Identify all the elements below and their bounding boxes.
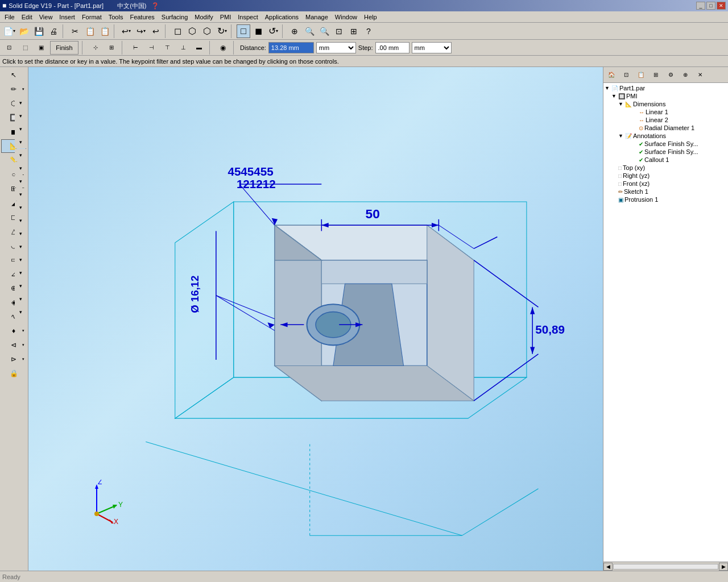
r-btn10[interactable]: ▾ [15, 214, 26, 227]
step-input[interactable] [375, 42, 410, 53]
menu-features[interactable]: Features [126, 13, 158, 22]
paste-button[interactable]: 📋 [98, 24, 111, 38]
sketch-tool[interactable]: ✏▾ [1, 82, 26, 96]
tree-root[interactable]: ▼ 📄 Part1.par [605, 84, 727, 92]
save-button[interactable]: 💾 [32, 24, 46, 38]
tree-front-plane[interactable]: □ Front (xz) [605, 180, 727, 188]
tree-sf1[interactable]: ✔ Surface Finish Sy... [605, 140, 727, 148]
tb2-btn3[interactable]: ▣ [34, 41, 48, 55]
r-btn16[interactable]: ▾ [15, 293, 26, 305]
view3d-button[interactable]: ◻ [171, 24, 184, 38]
view-wire-button[interactable]: ↺▾ [266, 24, 280, 38]
r-btn13[interactable]: ▾ [15, 253, 26, 266]
root-expand[interactable]: ▼ [605, 85, 611, 91]
menu-tools[interactable]: Tools [105, 13, 127, 22]
select-btn[interactable]: ⊹ [89, 41, 102, 55]
tree-pmi[interactable]: ▼ 🔲 PMI [605, 92, 727, 100]
menu-edit[interactable]: Edit [18, 13, 36, 22]
menu-view[interactable]: View [36, 13, 56, 22]
zoom-area-button[interactable]: ⊡ [332, 24, 346, 38]
menu-insert[interactable]: Insert [56, 13, 78, 22]
distance-input[interactable] [268, 42, 314, 53]
r-btn5[interactable]: ▾ [15, 149, 26, 161]
tree-protrusion1[interactable]: ▣ Protrusion 1 [605, 196, 727, 203]
r-btn11[interactable]: ▾ [15, 227, 26, 240]
minimize-button[interactable]: _ [696, 2, 705, 10]
menu-applications[interactable]: Applications [262, 13, 302, 22]
menu-manage[interactable]: Manage [302, 13, 332, 22]
tree-btn4[interactable]: ⊞ [649, 68, 663, 82]
dim-v-btn[interactable]: ⊣ [144, 41, 158, 55]
tree-btn2[interactable]: ⊡ [619, 68, 633, 82]
dim-a-btn[interactable]: ⊤ [160, 41, 174, 55]
select2-btn[interactable]: ⊞ [105, 41, 118, 55]
annotations-expand[interactable]: ▼ [618, 133, 625, 139]
view-shade-button[interactable]: ◼ [251, 24, 265, 38]
keypoint-btn[interactable]: ◉ [216, 41, 230, 55]
horizontal-scrollbar[interactable] [613, 564, 718, 569]
dim-h-btn[interactable]: ⊢ [129, 41, 142, 55]
pmi-expand[interactable]: ▼ [611, 93, 618, 99]
r-btn17[interactable]: ▾ [15, 306, 26, 318]
close-button[interactable]: ✕ [717, 2, 726, 10]
undo-button[interactable]: ↩▾ [119, 24, 133, 38]
tb2-btn2[interactable]: ⬚ [18, 41, 32, 55]
finish-button[interactable]: Finish [50, 41, 78, 55]
snap-button[interactable]: ⊞ [347, 24, 361, 38]
r-btn15[interactable]: ▾ [15, 280, 26, 292]
view-iso-button[interactable]: ⬡ [185, 24, 199, 38]
spin-button[interactable]: ↻▾ [215, 24, 229, 38]
r-btn9[interactable]: ▾ [15, 201, 26, 214]
menu-inspect[interactable]: Inspect [234, 13, 261, 22]
scroll-left-btn[interactable]: ◀ [603, 563, 613, 571]
dim-c-btn[interactable]: ▬ [192, 41, 206, 55]
menu-pmi[interactable]: PMI [217, 13, 235, 22]
tree-btn1[interactable]: 🏠 [605, 68, 618, 82]
view-front-button[interactable]: ⬡ [200, 24, 214, 38]
tree-btn7[interactable]: ✕ [693, 68, 707, 82]
tree-annotations[interactable]: ▼ 📝 Annotations [605, 132, 727, 140]
menu-modify[interactable]: Modify [191, 13, 216, 22]
analysis-tool[interactable]: ⊲▾ [1, 338, 26, 352]
tree-top-plane[interactable]: □ Top (xy) [605, 164, 727, 172]
viewport[interactable]: 50 50,89 4545455 121212 Ø 16,12 [28, 67, 603, 571]
menu-window[interactable]: Window [332, 13, 361, 22]
menu-file[interactable]: File [1, 13, 18, 22]
tree-radial[interactable]: ⊙ Radial Diameter 1 [605, 124, 727, 132]
redo-button[interactable]: ↪▾ [134, 24, 148, 38]
tree-btn5[interactable]: ⚙ [664, 68, 677, 82]
tree-linear2[interactable]: ↔ Linear 2 [605, 116, 727, 124]
r-btn12[interactable]: ▾ [15, 240, 26, 253]
copy-button[interactable]: 📋 [83, 24, 97, 38]
maximize-button[interactable]: □ [706, 2, 715, 10]
new-button[interactable]: 📄▾ [2, 24, 16, 38]
tree-btn6[interactable]: ⊕ [679, 68, 692, 82]
zoom-out-button[interactable]: 🔍 [317, 24, 331, 38]
menu-format[interactable]: Format [78, 13, 105, 22]
undo2-button[interactable]: ↩ [149, 24, 163, 38]
step-unit-select[interactable]: mm in [412, 42, 452, 53]
inspect-tool[interactable]: ⊳▾ [1, 352, 26, 366]
r-btn6[interactable]: ▾ [15, 162, 26, 174]
tree-linear1[interactable]: ↔ Linear 1 [605, 108, 727, 116]
r-btn7[interactable]: ▾ [15, 175, 26, 188]
help-button[interactable]: ? [362, 24, 375, 38]
tree-btn3[interactable]: 📋 [634, 68, 648, 82]
tree-callout1[interactable]: ✔ Callout 1 [605, 156, 727, 164]
r-btn14[interactable]: ▾ [15, 267, 26, 279]
dimensions-expand[interactable]: ▼ [618, 101, 625, 107]
tb2-btn1[interactable]: ⊡ [2, 41, 16, 55]
view-box-button[interactable]: □ [237, 24, 250, 38]
zoom-in-button[interactable]: 🔍 [303, 24, 316, 38]
tree-right-plane[interactable]: □ Right (yz) [605, 172, 727, 180]
cut-button[interactable]: ✂ [68, 24, 82, 38]
deform-tool[interactable]: ♦▾ [1, 324, 26, 338]
r-btn3[interactable]: ▾ [15, 123, 26, 135]
distance-unit-select[interactable]: mm in [316, 42, 356, 53]
select-tool[interactable]: ↖ [1, 68, 26, 82]
r-btn4[interactable]: ▾ [15, 136, 26, 148]
r-btn2[interactable]: ▾ [15, 110, 26, 122]
dim-b-btn[interactable]: ⊥ [176, 41, 190, 55]
tree-sketch1[interactable]: ✏ Sketch 1 [605, 188, 727, 196]
print-button[interactable]: 🖨 [47, 24, 60, 38]
